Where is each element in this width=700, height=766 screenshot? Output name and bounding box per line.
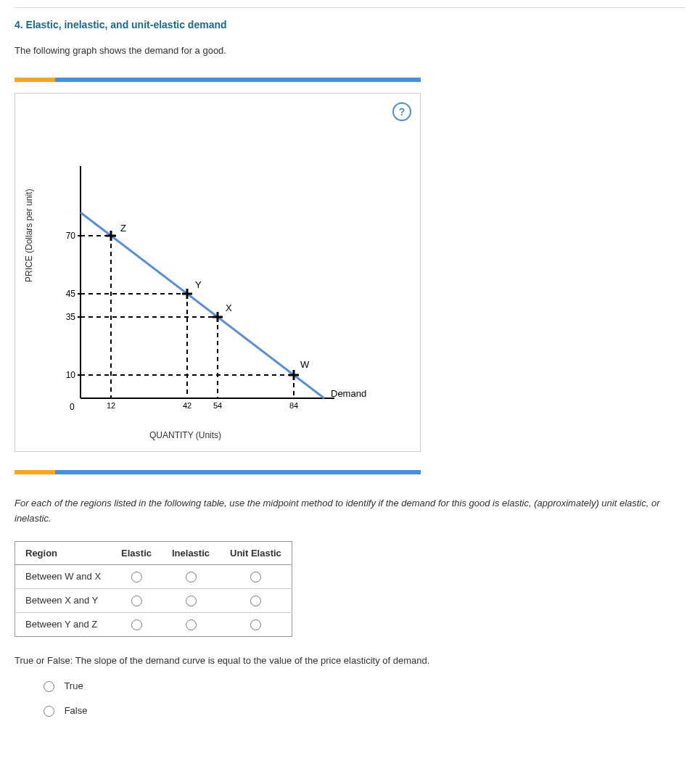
y-tick-35: 35: [66, 312, 76, 322]
radio-xy-elastic[interactable]: [131, 596, 142, 606]
svg-text:X: X: [226, 302, 232, 313]
radio-wx-inelastic[interactable]: [186, 572, 197, 582]
col-inelastic: Inelastic: [162, 541, 220, 564]
x-tick-12: 12: [107, 401, 115, 410]
intro-text: The following graph shows the demand for…: [15, 45, 685, 56]
radio-yz-unit[interactable]: [250, 619, 261, 630]
y-axis-label: PRICE (Dollars per unit): [24, 189, 34, 282]
region-label: Between Y and Z: [15, 612, 112, 636]
point-z: Z: [106, 223, 126, 241]
origin-label: 0: [70, 402, 75, 412]
svg-text:Z: Z: [120, 223, 126, 234]
col-region: Region: [15, 541, 112, 564]
region-label: Between X and Y: [15, 588, 112, 612]
radio-true[interactable]: [44, 681, 54, 692]
col-unit-elastic: Unit Elastic: [220, 541, 292, 564]
help-icon[interactable]: ?: [392, 102, 411, 121]
radio-xy-unit[interactable]: [250, 596, 261, 606]
radio-yz-elastic[interactable]: [131, 619, 142, 630]
tf-question: True or False: The slope of the demand c…: [15, 655, 685, 666]
rule-bottom: [15, 470, 421, 474]
chart-area: 70 45 35 10 0 12 42 54 84: [48, 152, 382, 442]
radio-false[interactable]: [44, 706, 54, 717]
x-axis-label: QUANTITY (Units): [149, 430, 221, 440]
point-w: W: [289, 359, 310, 380]
graph-section: ? PRICE (Dollars per unit) 70 45 35 10 0: [15, 78, 685, 474]
col-elastic: Elastic: [111, 541, 162, 564]
true-label: True: [64, 680, 83, 691]
x-tick-42: 42: [183, 401, 192, 410]
svg-text:Y: Y: [195, 279, 202, 290]
elasticity-table: Region Elastic Inelastic Unit Elastic Be…: [15, 541, 292, 637]
y-tick-70: 70: [66, 231, 76, 241]
tf-true-option[interactable]: True: [44, 680, 685, 692]
region-label: Between W and X: [15, 564, 112, 588]
x-tick-54: 54: [213, 401, 222, 410]
point-x: X: [213, 302, 232, 322]
demand-line: [81, 213, 324, 398]
demand-chart-svg: 70 45 35 10 0 12 42 54 84: [48, 152, 382, 442]
point-y: Y: [182, 279, 202, 299]
radio-yz-inelastic[interactable]: [186, 619, 197, 630]
top-divider: [15, 7, 685, 8]
false-label: False: [65, 705, 88, 716]
question-title: 4. Elastic, inelastic, and unit-elastic …: [15, 19, 685, 30]
radio-wx-unit[interactable]: [250, 572, 261, 582]
tf-options: True False: [44, 680, 685, 717]
x-tick-84: 84: [289, 401, 298, 410]
instruction-text: For each of the regions listed in the fo…: [15, 496, 685, 527]
table-row: Between W and X: [15, 564, 292, 588]
rule-top: [15, 78, 421, 82]
tf-false-option[interactable]: False: [44, 705, 685, 717]
y-tick-10: 10: [66, 370, 76, 380]
y-tick-45: 45: [66, 289, 76, 299]
radio-xy-inelastic[interactable]: [186, 596, 197, 606]
radio-wx-elastic[interactable]: [131, 572, 142, 582]
table-row: Between X and Y: [15, 588, 292, 612]
svg-text:W: W: [300, 359, 310, 370]
demand-label: Demand: [331, 388, 366, 399]
graph-container: ? PRICE (Dollars per unit) 70 45 35 10 0: [15, 93, 421, 452]
table-row: Between Y and Z: [15, 612, 292, 636]
